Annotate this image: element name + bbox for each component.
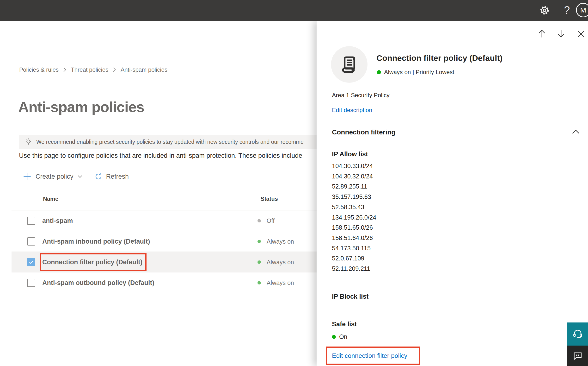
column-header-status[interactable]: Status	[261, 196, 278, 202]
status-badge: Always on	[267, 259, 294, 266]
status-on-dot	[257, 240, 261, 243]
refresh-button[interactable]: Refresh	[95, 173, 129, 180]
edit-description-link[interactable]: Edit description	[332, 107, 372, 114]
status-badge: Off	[267, 217, 275, 224]
headset-icon	[572, 328, 583, 340]
status-on-dot	[257, 281, 261, 284]
status-badge: Always on	[267, 238, 294, 245]
feedback-bubble-icon	[572, 351, 583, 361]
chevron-right-icon	[113, 67, 116, 72]
row-checkbox[interactable]	[27, 217, 35, 225]
toolbar: Create policy Refresh	[23, 169, 129, 184]
ip-entry: 52.58.35.43	[332, 202, 376, 212]
breadcrumb-anti-spam-policies[interactable]: Anti-spam policies	[121, 66, 167, 73]
ip-entry: 52.11.209.211	[332, 264, 376, 274]
checkmark-icon	[28, 259, 34, 265]
breadcrumb: Policies & rules Threat policies Anti-sp…	[19, 66, 167, 73]
status-on-dot	[377, 70, 381, 74]
breadcrumb-policies-rules[interactable]: Policies & rules	[19, 66, 59, 73]
row-checkbox-checked[interactable]	[27, 258, 35, 266]
ip-entry: 104.30.32.0/24	[332, 171, 376, 182]
settings-gear-icon[interactable]	[539, 5, 550, 17]
create-policy-label: Create policy	[36, 173, 74, 180]
status-cell: Always on	[257, 273, 294, 293]
safe-list-status-text: On	[339, 333, 347, 340]
page-description: Use this page to configure policies that…	[19, 152, 302, 160]
ip-entry: 158.51.65.0/26	[332, 222, 376, 233]
lightbulb-icon	[24, 137, 32, 147]
status-badge: Always on	[267, 279, 294, 286]
policy-description: Area 1 Security Policy	[332, 92, 390, 99]
next-item-arrow-down-icon[interactable]	[557, 29, 566, 39]
scroll-policy-icon	[339, 54, 359, 75]
status-on-dot	[332, 335, 336, 339]
create-policy-button[interactable]: Create policy	[23, 172, 83, 181]
table-row-inbound-policy[interactable]: Anti-spam inbound policy (Default) Alway…	[12, 231, 355, 252]
row-checkbox[interactable]	[27, 237, 35, 245]
collapse-chevron-up-icon[interactable]	[572, 129, 580, 136]
page-title: Anti-spam policies	[18, 99, 144, 115]
ip-entry: 158.51.64.0/26	[332, 233, 376, 243]
status-off-dot	[257, 219, 261, 222]
ip-block-list-heading: IP Block list	[332, 293, 369, 300]
policy-name: Anti-spam inbound policy (Default)	[42, 231, 150, 252]
breadcrumb-threat-policies[interactable]: Threat policies	[71, 66, 108, 73]
close-icon[interactable]	[577, 30, 585, 39]
table-row-anti-spam[interactable]: anti-spam Off	[12, 210, 355, 231]
policy-avatar	[331, 46, 368, 83]
safe-list-heading: Safe list	[332, 320, 357, 328]
ip-allow-list-heading: IP Allow list	[332, 151, 368, 158]
previous-item-arrow-up-icon[interactable]	[537, 29, 546, 39]
ip-entry: 54.173.50.115	[332, 243, 376, 253]
policy-name: anti-spam	[42, 210, 73, 231]
annotation-box-edit-link: Edit connection filter policy	[326, 347, 420, 365]
ip-entry: 52.89.255.11	[332, 181, 376, 192]
ip-entry: 134.195.26.0/24	[332, 212, 376, 223]
status-cell: Off	[257, 210, 275, 231]
table-row-outbound-policy[interactable]: Anti-spam outbound policy (Default) Alwa…	[12, 273, 355, 293]
support-button[interactable]	[567, 322, 588, 346]
banner-text: We recommend enabling preset security po…	[36, 139, 304, 145]
ip-allow-list: 104.30.33.0/24 104.30.32.0/24 52.89.255.…	[332, 161, 376, 274]
ip-entry: 35.157.195.63	[332, 192, 376, 202]
table-row-connection-filter-policy[interactable]: Connection filter policy (Default) Alway…	[12, 252, 355, 273]
chevron-right-icon	[63, 67, 66, 72]
refresh-icon	[95, 173, 102, 180]
divider	[332, 120, 580, 120]
column-header-name[interactable]: Name	[43, 196, 58, 202]
section-connection-filtering: Connection filtering	[332, 128, 395, 136]
panel-status-text: Always on | Priority Lowest	[384, 69, 454, 76]
policy-name: Connection filter policy (Default)	[42, 252, 142, 273]
top-app-bar: ? M	[0, 0, 588, 21]
safe-list-status: On	[332, 333, 347, 340]
refresh-label: Refresh	[106, 173, 129, 180]
policy-name: Anti-spam outbound policy (Default)	[42, 273, 154, 293]
row-checkbox[interactable]	[27, 279, 35, 287]
plus-icon	[23, 172, 31, 181]
status-cell: Always on	[257, 231, 294, 252]
details-flyout-panel: Connection filter policy (Default) Alway…	[316, 21, 588, 366]
ip-entry: 52.0.67.109	[332, 253, 376, 264]
panel-title: Connection filter policy (Default)	[376, 53, 502, 63]
ip-entry: 104.30.33.0/24	[332, 161, 376, 171]
policy-table: anti-spam Off Anti-spam inbound policy (…	[12, 210, 355, 293]
status-on-dot	[257, 260, 261, 264]
help-icon[interactable]: ?	[564, 5, 570, 15]
chevron-down-icon	[77, 175, 83, 178]
account-avatar[interactable]: M	[576, 3, 588, 17]
status-cell: Always on	[257, 252, 294, 273]
edit-connection-filter-policy-link[interactable]: Edit connection filter policy	[332, 352, 407, 359]
feedback-button[interactable]	[567, 346, 588, 366]
panel-status-line: Always on | Priority Lowest	[377, 69, 454, 76]
